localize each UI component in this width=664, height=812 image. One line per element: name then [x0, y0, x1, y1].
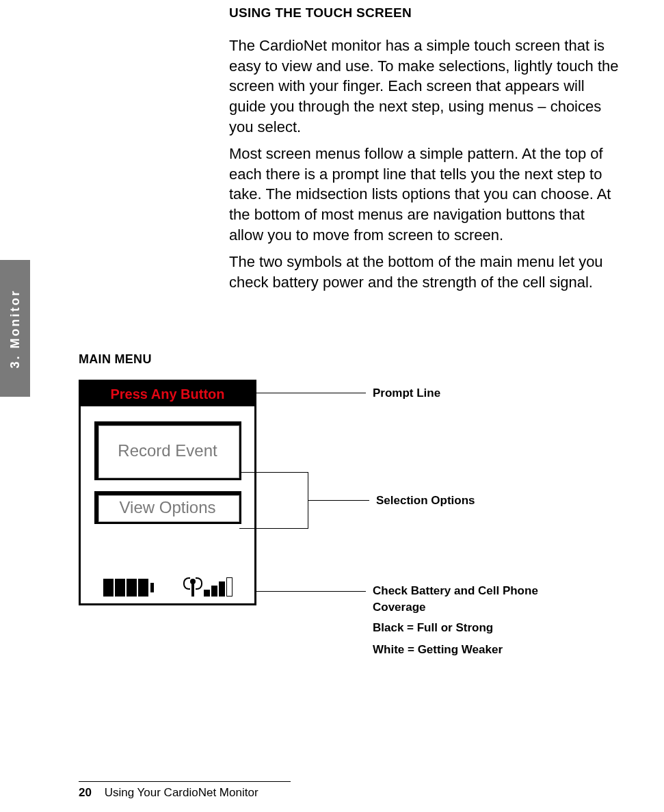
body-paragraph-1: The CardioNet monitor has a simple touch…: [229, 36, 622, 137]
body-paragraph-3: The two symbols at the bottom of the mai…: [229, 252, 622, 292]
section-heading: USING THE TOUCH SCREEN: [229, 5, 412, 21]
battery-icon: [103, 579, 154, 597]
callout-status-2: Black = Full or Strong: [373, 620, 493, 636]
footer-rule: [79, 781, 291, 782]
callout-selection-options: Selection Options: [376, 493, 475, 509]
chapter-side-tab-label: 3. Monitor: [8, 289, 23, 368]
callout-status-3: White = Getting Weaker: [373, 642, 503, 658]
device-view-options-label: View Options: [120, 498, 216, 517]
device-view-options-button: View Options: [94, 491, 241, 524]
antenna-icon: [185, 576, 201, 597]
device-screen-illustration: Press Any Button Record Event View Optio…: [79, 380, 256, 605]
page-footer: 20 Using Your CardioNet Monitor: [79, 781, 462, 800]
device-record-event-label: Record Event: [118, 441, 217, 460]
chapter-side-tab: 3. Monitor: [0, 260, 30, 397]
cell-signal-icon: [185, 576, 233, 597]
device-status-row: [81, 572, 254, 597]
callout-prompt-line: Prompt Line: [373, 385, 440, 402]
main-menu-subheading: MAIN MENU: [79, 352, 152, 367]
device-record-event-button: Record Event: [94, 421, 241, 480]
callout-status-1: Check Battery and Cell Phone Coverage: [373, 583, 550, 616]
footer-title: Using Your CardioNet Monitor: [105, 786, 258, 799]
device-prompt-line: Press Any Button: [81, 382, 254, 406]
body-paragraph-2: Most screen menus follow a simple patter…: [229, 144, 622, 245]
page-number: 20: [79, 786, 92, 799]
